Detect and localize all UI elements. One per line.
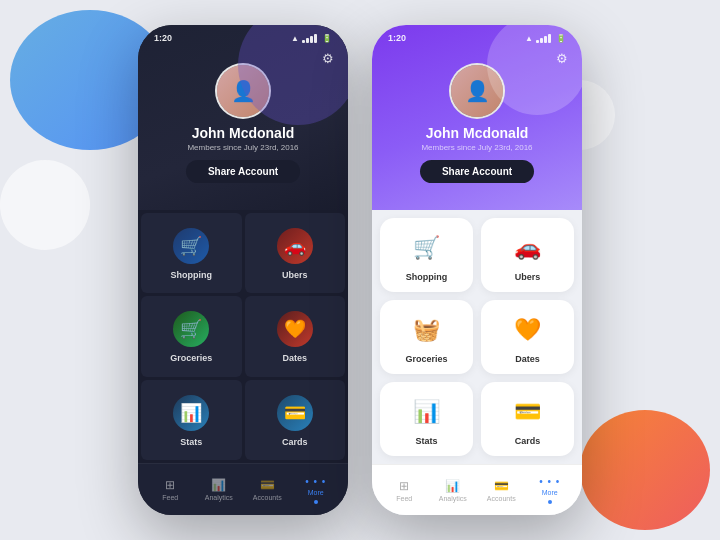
- dark-grid-cards[interactable]: 💳 Cards: [245, 380, 346, 460]
- light-settings-icon[interactable]: ⚙: [556, 51, 568, 66]
- light-bottom-nav: ⊞ Feed 📊 Analytics 💳 Accounts • • • More: [372, 464, 582, 515]
- light-nav-feed-label: Feed: [396, 495, 412, 502]
- dark-shopping-label: Shopping: [171, 270, 213, 280]
- light-grid-groceries[interactable]: 🧺 Groceries: [380, 300, 473, 374]
- dark-nav-analytics[interactable]: 📊 Analytics: [195, 478, 244, 501]
- dark-phone-header: 1:20 ▲ 🔋 ⚙ 👤 John Mcdonald Members sinc: [138, 25, 348, 210]
- light-dates-icon: 🧡: [510, 312, 546, 348]
- dark-user-name: John Mcdonald: [192, 125, 295, 141]
- bg-blob-orange: [580, 410, 710, 530]
- light-analytics-icon: 📊: [445, 479, 460, 493]
- accounts-icon: 💳: [260, 478, 275, 492]
- light-grid-shopping[interactable]: 🛒 Shopping: [380, 218, 473, 292]
- phones-container: 1:20 ▲ 🔋 ⚙ 👤 John Mcdonald Members sinc: [138, 25, 582, 515]
- light-shopping-label: Shopping: [406, 272, 448, 282]
- light-groceries-icon: 🧺: [409, 312, 445, 348]
- dark-grid-dates[interactable]: 🧡 Dates: [245, 296, 346, 376]
- light-nav-analytics-label: Analytics: [439, 495, 467, 502]
- dark-grid-groceries[interactable]: 🛒 Groceries: [141, 296, 242, 376]
- phone-dark: 1:20 ▲ 🔋 ⚙ 👤 John Mcdonald Members sinc: [138, 25, 348, 515]
- dark-stats-label: Stats: [180, 437, 202, 447]
- light-feed-icon: ⊞: [399, 479, 409, 493]
- dates-icon: 🧡: [277, 311, 313, 347]
- light-grid-cards[interactable]: 💳 Cards: [481, 382, 574, 456]
- dark-cards-label: Cards: [282, 437, 308, 447]
- dark-status-time: 1:20: [154, 33, 172, 43]
- light-shopping-icon: 🛒: [409, 230, 445, 266]
- shopping-icon: 🛒: [173, 228, 209, 264]
- light-grid: 🛒 Shopping 🚗 Ubers 🧺 Groceries 🧡 Dates: [372, 210, 582, 464]
- light-ubers-label: Ubers: [515, 272, 541, 282]
- dark-status-bar: 1:20 ▲ 🔋: [138, 33, 348, 43]
- light-nav-accounts[interactable]: 💳 Accounts: [477, 479, 526, 502]
- dark-status-icons: ▲ 🔋: [291, 34, 332, 43]
- cards-icon: 💳: [277, 395, 313, 431]
- dark-nav-more-label: More: [308, 489, 324, 496]
- light-nav-accounts-label: Accounts: [487, 495, 516, 502]
- light-grid-stats[interactable]: 📊 Stats: [380, 382, 473, 456]
- groceries-icon: 🛒: [173, 311, 209, 347]
- dark-nav-analytics-label: Analytics: [205, 494, 233, 501]
- feed-icon: ⊞: [165, 478, 175, 492]
- dark-user-since: Members since July 23rd, 2016: [187, 143, 298, 152]
- light-status-time: 1:20: [388, 33, 406, 43]
- light-nav-more[interactable]: • • • More: [526, 476, 575, 504]
- dark-bottom-nav: ⊞ Feed 📊 Analytics 💳 Accounts • • • More: [138, 463, 348, 515]
- ubers-icon: 🚗: [277, 228, 313, 264]
- bg-blob-white-left: [0, 160, 90, 250]
- signal-icon: [302, 34, 317, 43]
- dark-settings-icon[interactable]: ⚙: [322, 51, 334, 66]
- dark-grid-shopping[interactable]: 🛒 Shopping: [141, 213, 242, 293]
- more-icon: • • •: [305, 476, 326, 487]
- light-cards-icon: 💳: [510, 394, 546, 430]
- dark-share-button[interactable]: Share Account: [186, 160, 300, 183]
- analytics-icon: 📊: [211, 478, 226, 492]
- light-dates-label: Dates: [515, 354, 540, 364]
- light-avatar: 👤: [449, 63, 505, 119]
- dark-nav-feed[interactable]: ⊞ Feed: [146, 478, 195, 501]
- dark-grid-ubers[interactable]: 🚗 Ubers: [245, 213, 346, 293]
- dark-nav-accounts[interactable]: 💳 Accounts: [243, 478, 292, 501]
- dark-phone-body: 🛒 Shopping 🚗 Ubers 🛒 Groceries 🧡 Dates: [138, 210, 348, 515]
- light-status-bar: 1:20 ▲ 🔋: [372, 33, 582, 43]
- dark-grid: 🛒 Shopping 🚗 Ubers 🛒 Groceries 🧡 Dates: [138, 210, 348, 463]
- light-signal-icon: [536, 34, 551, 43]
- dark-nav-feed-label: Feed: [162, 494, 178, 501]
- light-nav-analytics[interactable]: 📊 Analytics: [429, 479, 478, 502]
- light-more-icon: • • •: [539, 476, 560, 487]
- light-share-button[interactable]: Share Account: [420, 160, 534, 183]
- light-grid-dates[interactable]: 🧡 Dates: [481, 300, 574, 374]
- light-status-icons: ▲ 🔋: [525, 34, 566, 43]
- dark-avatar: 👤: [215, 63, 271, 119]
- light-grid-ubers[interactable]: 🚗 Ubers: [481, 218, 574, 292]
- light-nav-feed[interactable]: ⊞ Feed: [380, 479, 429, 502]
- stats-icon: 📊: [173, 395, 209, 431]
- light-ubers-icon: 🚗: [510, 230, 546, 266]
- light-groceries-label: Groceries: [405, 354, 447, 364]
- light-nav-more-label: More: [542, 489, 558, 496]
- light-phone-header: 1:20 ▲ 🔋 ⚙ 👤 John Mcdonald Members sinc: [372, 25, 582, 210]
- light-stats-label: Stats: [415, 436, 437, 446]
- dark-dates-label: Dates: [282, 353, 307, 363]
- light-user-since: Members since July 23rd, 2016: [421, 143, 532, 152]
- light-stats-icon: 📊: [409, 394, 445, 430]
- dark-nav-accounts-label: Accounts: [253, 494, 282, 501]
- dark-ubers-label: Ubers: [282, 270, 308, 280]
- light-accounts-icon: 💳: [494, 479, 509, 493]
- light-nav-more-dot: [548, 500, 552, 504]
- light-phone-body: 🛒 Shopping 🚗 Ubers 🧺 Groceries 🧡 Dates: [372, 210, 582, 515]
- phone-light: 1:20 ▲ 🔋 ⚙ 👤 John Mcdonald Members sinc: [372, 25, 582, 515]
- light-cards-label: Cards: [515, 436, 541, 446]
- light-user-name: John Mcdonald: [426, 125, 529, 141]
- dark-nav-more[interactable]: • • • More: [292, 476, 341, 504]
- dark-groceries-label: Groceries: [170, 353, 212, 363]
- dark-nav-more-dot: [314, 500, 318, 504]
- dark-grid-stats[interactable]: 📊 Stats: [141, 380, 242, 460]
